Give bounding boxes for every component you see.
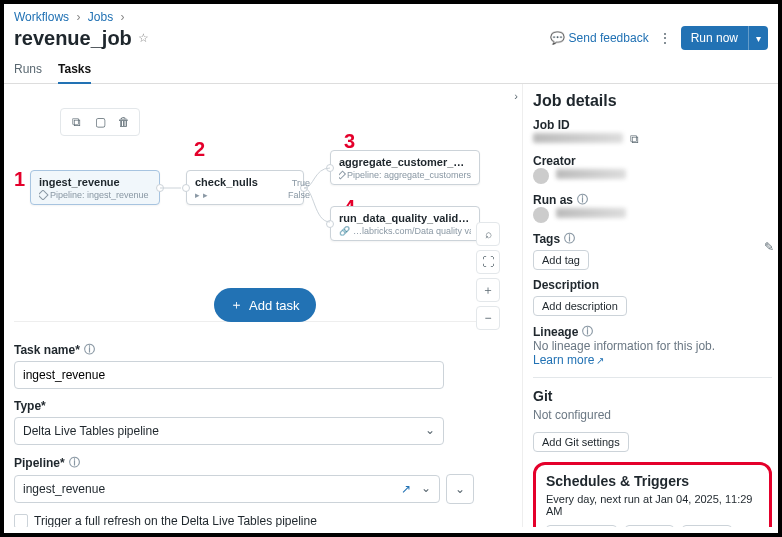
git-status: Not configured <box>533 408 772 422</box>
collapse-side-panel-icon[interactable]: › <box>510 84 522 527</box>
zoom-out-icon[interactable]: − <box>476 306 500 330</box>
pipeline-label: Pipeline*ⓘ <box>14 455 500 470</box>
fullscreen-icon[interactable]: ⛶ <box>476 250 500 274</box>
pipeline-dropdown-button[interactable]: ⌄ <box>446 474 474 504</box>
node-title: check_nulls <box>195 176 295 188</box>
side-panel: Job details Job ID ⧉ Creator Run asⓘ ✎ T… <box>522 84 778 527</box>
copy-icon[interactable]: ⧉ <box>67 113 85 131</box>
job-id-label: Job ID <box>533 118 772 132</box>
avatar <box>533 168 549 184</box>
separator <box>533 377 772 378</box>
creator-label: Creator <box>533 154 772 168</box>
breadcrumb-workflows[interactable]: Workflows <box>14 10 69 24</box>
node-in-port[interactable] <box>326 164 334 172</box>
copy-icon[interactable]: ⧉ <box>630 132 639 146</box>
external-link-icon[interactable]: ↗ <box>401 482 411 496</box>
page-title: revenue_job <box>14 27 132 50</box>
task-node-aggregate-customer-data[interactable]: aggregate_customer_data Pipeline: aggreg… <box>330 150 480 185</box>
job-id-value <box>533 133 623 143</box>
node-out-port[interactable] <box>156 184 164 192</box>
add-task-label: Add task <box>249 298 300 313</box>
lineage-label: Lineageⓘ <box>533 324 772 339</box>
pause-button[interactable]: Pause <box>625 525 674 527</box>
tabs: Runs Tasks <box>4 56 778 84</box>
node-toolbar: ⧉ ▢ 🗑 <box>60 108 140 136</box>
link-icon: 🔗 <box>339 226 350 236</box>
full-refresh-row: Trigger a full refresh on the Delta Live… <box>14 514 500 527</box>
task-name-input[interactable] <box>14 361 444 389</box>
title-bar: revenue_job ☆ 💬 Send feedback ⋮ Run now … <box>4 24 778 56</box>
send-feedback-link[interactable]: 💬 Send feedback <box>550 31 649 45</box>
lineage-text: No lineage information for this job. <box>533 339 772 353</box>
info-icon[interactable]: ⓘ <box>564 231 575 246</box>
search-icon[interactable]: ⌕ <box>476 222 500 246</box>
add-description-button[interactable]: Add description <box>533 296 627 316</box>
info-icon[interactable]: ⓘ <box>577 192 588 207</box>
zoom-in-icon[interactable]: ＋ <box>476 278 500 302</box>
learn-more-link[interactable]: Learn more↗ <box>533 353 604 367</box>
info-icon[interactable]: ⓘ <box>69 455 80 470</box>
annotation-1: 1 <box>14 168 25 191</box>
breadcrumb-jobs[interactable]: Jobs <box>88 10 113 24</box>
creator-value-row <box>533 168 772 184</box>
node-title: run_data_quality_validation <box>339 212 471 224</box>
run-as-value <box>556 208 626 218</box>
node-title: aggregate_customer_data <box>339 156 471 168</box>
job-id-value-row: ⧉ <box>533 132 772 146</box>
task-name-label: Task name*ⓘ <box>14 342 500 357</box>
main-panel: 1 2 3 4 ⧉ ▢ 🗑 ingest_revenue Pipeline: i… <box>4 84 510 527</box>
run-now-dropdown-button[interactable]: ▾ <box>748 26 768 50</box>
full-refresh-checkbox[interactable] <box>14 514 28 527</box>
chevron-right-icon: › <box>121 10 125 24</box>
run-as-value-row <box>533 207 772 223</box>
git-section: Git Not configured Add Git settings <box>533 388 772 452</box>
type-label: Type* <box>14 399 500 413</box>
type-select[interactable]: Delta Live Tables pipeline <box>14 417 444 445</box>
breadcrumb: Workflows › Jobs › <box>4 4 778 24</box>
add-task-button[interactable]: ＋ Add task <box>214 288 316 322</box>
run-as-label: Run asⓘ <box>533 192 772 207</box>
task-node-check-nulls[interactable]: check_nulls ▸ ▸ <box>186 170 304 205</box>
send-feedback-label: Send feedback <box>569 31 649 45</box>
info-icon[interactable]: ⓘ <box>84 342 95 357</box>
add-tag-button[interactable]: Add tag <box>533 250 589 270</box>
tab-tasks[interactable]: Tasks <box>58 56 91 84</box>
add-git-settings-button[interactable]: Add Git settings <box>533 432 629 452</box>
delete-icon[interactable]: 🗑 <box>115 113 133 131</box>
tags-label: Tagsⓘ <box>533 231 772 246</box>
task-node-ingest-revenue[interactable]: ingest_revenue Pipeline: ingest_revenue <box>30 170 160 205</box>
node-in-port[interactable] <box>182 184 190 192</box>
info-icon[interactable]: ⓘ <box>582 324 593 339</box>
zoom-controls: ⌕ ⛶ ＋ − <box>476 222 500 330</box>
schedules-heading: Schedules & Triggers <box>546 473 759 489</box>
task-graph-canvas[interactable]: 1 2 3 4 ⧉ ▢ 🗑 ingest_revenue Pipeline: i… <box>14 92 500 322</box>
tab-runs[interactable]: Runs <box>14 56 42 83</box>
kebab-menu-icon[interactable]: ⋮ <box>657 31 673 45</box>
plus-icon: ＋ <box>230 296 243 314</box>
schedule-text: Every day, next run at Jan 04, 2025, 11:… <box>546 493 759 517</box>
annotation-2: 2 <box>194 138 205 161</box>
node-subtitle: Pipeline: aggregate_customers <box>339 170 471 180</box>
delete-button[interactable]: Delete <box>682 525 732 527</box>
external-link-icon: ↗ <box>596 355 604 366</box>
node-subtitle: 🔗…labricks.com/Data quality validation <box>339 226 471 236</box>
clone-icon[interactable]: ▢ <box>91 113 109 131</box>
node-title: ingest_revenue <box>39 176 151 188</box>
run-now-button[interactable]: Run now <box>681 26 748 50</box>
pencil-icon[interactable]: ✎ <box>764 240 774 254</box>
avatar <box>533 207 549 223</box>
schedules-triggers-section: Schedules & Triggers Every day, next run… <box>533 462 772 527</box>
comment-icon: 💬 <box>550 31 565 45</box>
star-icon[interactable]: ☆ <box>138 31 149 45</box>
node-subtitle: ▸ ▸ <box>195 190 295 200</box>
node-in-port[interactable] <box>326 220 334 228</box>
node-out-port[interactable] <box>300 184 308 192</box>
pipeline-select[interactable]: ingest_revenue ↗ <box>14 475 440 503</box>
chevron-right-icon: › <box>76 10 80 24</box>
git-heading: Git <box>533 388 772 404</box>
side-heading: Job details <box>533 92 772 110</box>
description-label: Description <box>533 278 772 292</box>
edit-trigger-button[interactable]: Edit trigger <box>546 525 617 527</box>
task-node-run-data-quality-validation[interactable]: run_data_quality_validation 🔗…labricks.c… <box>330 206 480 241</box>
full-refresh-label: Trigger a full refresh on the Delta Live… <box>34 514 317 527</box>
